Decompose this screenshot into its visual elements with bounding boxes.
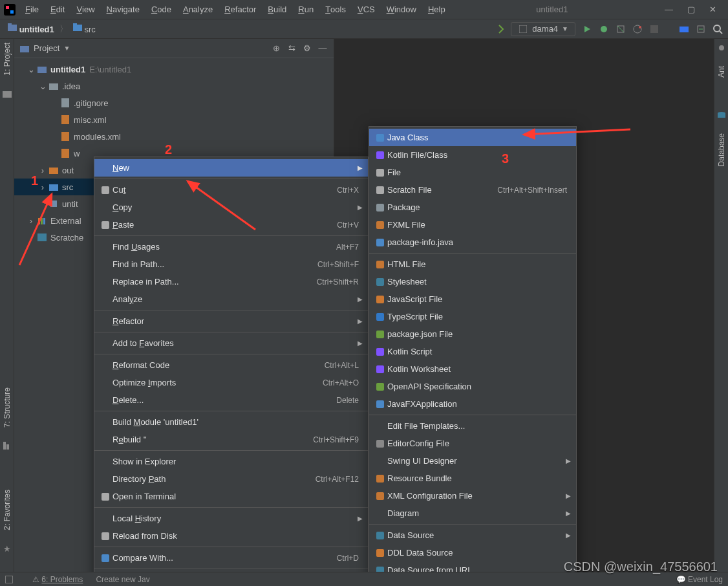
menu-item-typescript-file[interactable]: TypeScript File [369,308,576,325]
menu-bar[interactable]: FileEditViewNavigateCodeAnalyzeRefactorB… [19,0,451,19]
locate-icon[interactable]: ⊕ [270,43,282,54]
tree-file[interactable]: .gitignore [14,94,334,111]
menu-analyze[interactable]: Analyze [177,0,219,19]
menu-item-scratch-file[interactable]: Scratch FileCtrl+Alt+Shift+Insert [369,181,576,199]
tree-file[interactable]: modules.xml [14,128,334,145]
project-view-icon[interactable] [19,43,30,54]
star-icon[interactable]: ★ [2,543,12,554]
menu-item-package-json-file[interactable]: package.json File [369,325,576,343]
menu-item-directory-path[interactable]: Directory PathCtrl+Alt+F12 [94,470,368,488]
menu-item-show-in-explorer[interactable]: Show in Explorer [94,453,368,470]
menu-item-swing-ui-designer[interactable]: Swing UI Designer▶ [369,452,576,470]
menu-item-reload-from-disk[interactable]: Reload from Disk [94,527,368,545]
menu-code[interactable]: Code [145,0,177,19]
stop-icon[interactable] [649,24,659,34]
menu-item-reformat-code[interactable]: Reformat CodeCtrl+Alt+L [94,356,368,374]
menu-item-open-in-terminal[interactable]: Open in Terminal [94,488,368,505]
update-icon[interactable] [696,24,706,34]
menu-build[interactable]: Build [262,0,292,19]
menu-refactor[interactable]: Refactor [219,0,262,19]
git-icon[interactable] [679,24,689,34]
coverage-icon[interactable] [616,24,626,34]
menu-item-javafxapplication[interactable]: JavaFXApplication [369,395,576,413]
menu-item-resource-bundle[interactable]: Resource Bundle [369,470,576,487]
menu-item-kotlin-file-class[interactable]: Kotlin File/Class [369,146,576,164]
menu-item-fxml-file[interactable]: FXML File [369,216,576,233]
menu-item-file[interactable]: File [369,164,576,181]
problems-tab[interactable]: ⚠ 6: Problems [32,575,83,584]
menu-item-find-in-path-[interactable]: Find in Path...Ctrl+Shift+F [94,255,368,273]
expand-icon[interactable]: ⇆ [286,43,297,54]
menu-item-replace-in-path-[interactable]: Replace in Path...Ctrl+Shift+R [94,273,368,290]
menu-item-delete-[interactable]: Delete...Delete [94,391,368,409]
maximize-icon[interactable]: ▢ [687,5,695,14]
menu-item-cut[interactable]: CutCtrl+X [94,181,368,199]
menu-window[interactable]: Window [381,0,422,19]
event-log[interactable]: 💬 Event Log [676,575,723,584]
menu-help[interactable]: Help [422,0,451,19]
tree-root[interactable]: ⌄untitled1E:\untitled1 [14,61,334,78]
menu-item-kotlin-worksheet[interactable]: Kotlin Worksheet [369,360,576,378]
tab-project[interactable]: 1: Project [3,43,12,76]
tab-ant[interactable]: Ant [717,66,726,78]
breadcrumb[interactable]: untitled1 〉 src [5,22,98,36]
breadcrumb-root[interactable]: untitled1 [5,22,57,36]
menu-navigate[interactable]: Navigate [101,0,145,19]
menu-item-refactor[interactable]: Refactor▶ [94,312,368,330]
left-tool-stripe[interactable]: 1: Project 7: Structure 2: Favorites ★ [0,39,14,572]
menu-item-xml-configuration-file[interactable]: XML Configuration File▶ [369,487,576,505]
menu-item-ddl-data-source[interactable]: DDL Data Source [369,544,576,561]
chevron-down-icon[interactable]: ▼ [63,45,70,52]
menu-item-find-usages[interactable]: Find UsagesAlt+F7 [94,238,368,255]
search-icon[interactable] [712,24,723,34]
folder-icon[interactable] [2,89,12,99]
profiler-icon[interactable] [632,24,643,34]
menu-item-paste[interactable]: PasteCtrl+V [94,216,368,233]
run-config-selector[interactable]: dama4 ▼ [511,22,575,36]
context-menu-new[interactable]: Java ClassKotlin File/ClassFileScratch F… [369,126,577,586]
menu-item-edit-file-templates-[interactable]: Edit File Templates... [369,417,576,435]
menu-file[interactable]: File [19,0,45,19]
build-icon[interactable] [494,24,504,34]
menu-item-rebuild-default-[interactable]: Rebuild ''Ctrl+Shift+F9 [94,431,368,448]
menu-view[interactable]: View [70,0,100,19]
structure-icon[interactable] [2,440,12,451]
menu-item-optimize-imports[interactable]: Optimize ImportsCtrl+Alt+O [94,374,368,391]
menu-item-build-module-untitled1-[interactable]: Build Module 'untitled1' [94,413,368,431]
breadcrumb-src[interactable]: src [70,22,98,36]
menu-item-new[interactable]: New▶ [94,159,368,177]
tab-structure[interactable]: 7: Structure [3,387,12,428]
minimize-icon[interactable]: — [665,5,673,14]
status-square-icon[interactable] [5,576,13,583]
debug-icon[interactable] [599,24,609,34]
menu-item-java-class[interactable]: Java Class [369,129,576,146]
tree-idea[interactable]: ⌄.idea [14,78,334,94]
menu-item-data-source[interactable]: Data Source▶ [369,526,576,544]
right-tool-stripe[interactable]: Ant Database [714,39,728,572]
menu-item-diagram[interactable]: Diagram▶ [369,505,576,522]
context-menu-main[interactable]: New▶CutCtrl+XCopy▶PasteCtrl+VFind Usages… [94,157,369,586]
menu-item-html-file[interactable]: HTML File [369,255,576,273]
menu-item-compare-with-[interactable]: Compare With...Ctrl+D [94,549,368,567]
ant-icon[interactable] [716,43,727,53]
close-icon[interactable]: ✕ [709,5,716,14]
tab-database[interactable]: Database [717,133,726,166]
menu-item-package[interactable]: Package [369,199,576,216]
menu-item-openapi-specification[interactable]: OpenAPI Specification [369,378,576,395]
menu-edit[interactable]: Edit [45,0,70,19]
menu-item-kotlin-script[interactable]: Kotlin Script [369,343,576,360]
panel-title[interactable]: Project [34,43,59,53]
menu-vcs[interactable]: VCS [352,0,381,19]
gear-icon[interactable]: ⚙ [301,43,313,54]
database-icon[interactable] [716,110,727,120]
menu-run[interactable]: Run [292,0,319,19]
menu-item-analyze[interactable]: Analyze▶ [94,290,368,308]
menu-item-add-to-favorites[interactable]: Add to Favorites▶ [94,334,368,352]
menu-tools[interactable]: Tools [319,0,352,19]
window-controls[interactable]: — ▢ ✕ [653,0,728,19]
menu-item-editorconfig-file[interactable]: EditorConfig File [369,435,576,452]
menu-item-local-history[interactable]: Local History▶ [94,510,368,527]
tree-file[interactable]: misc.xml [14,111,334,128]
tab-favorites[interactable]: 2: Favorites [3,490,12,530]
menu-item-copy[interactable]: Copy▶ [94,199,368,216]
